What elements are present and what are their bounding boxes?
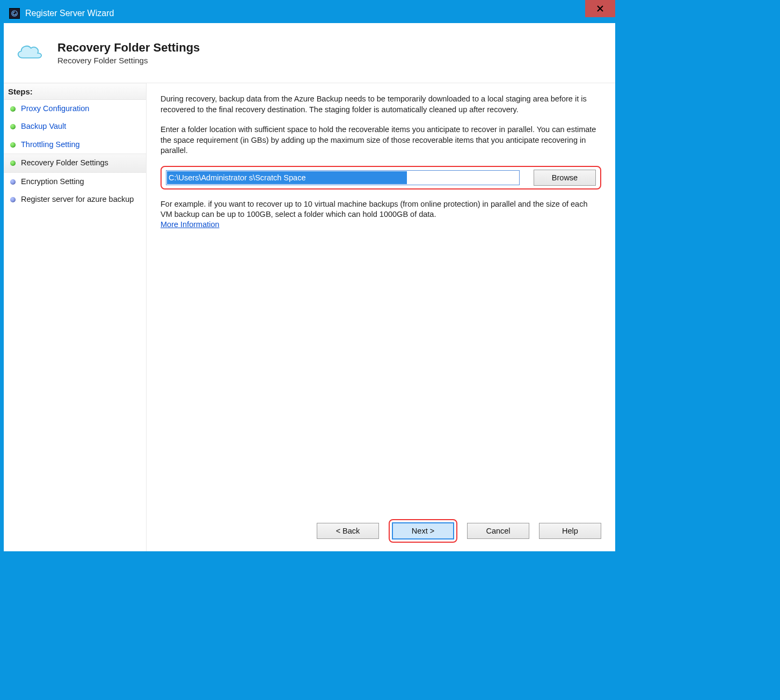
folder-path-input[interactable]: C:\Users\Administrator s\Scratch Space: [166, 170, 520, 185]
step-encryption-setting[interactable]: Encryption Setting: [4, 173, 146, 191]
folder-path-selected-text: C:\Users\Administrator s\Scratch Space: [169, 173, 305, 182]
next-button-highlight: Next >: [389, 519, 457, 543]
svg-point-0: [12, 11, 18, 17]
steps-sidebar: Steps: Proxy Configuration Backup Vault …: [4, 83, 147, 551]
step-throttling-setting[interactable]: Throttling Setting: [4, 136, 146, 154]
cloud-icon: [13, 41, 45, 65]
close-button[interactable]: [585, 0, 615, 17]
step-label: Proxy Configuration: [21, 104, 89, 113]
steps-heading: Steps:: [4, 83, 146, 100]
cancel-button[interactable]: Cancel: [467, 523, 529, 539]
content-panel: During recovery, backup data from the Az…: [147, 83, 615, 551]
step-bullet-icon: [10, 124, 16, 129]
titlebar: Register Server Wizard: [4, 4, 615, 23]
help-button[interactable]: Help: [539, 523, 601, 539]
folder-input-highlight: C:\Users\Administrator s\Scratch Space B…: [161, 166, 601, 189]
step-proxy-configuration[interactable]: Proxy Configuration: [4, 100, 146, 118]
app-icon: [9, 8, 20, 19]
step-recovery-folder-settings[interactable]: Recovery Folder Settings: [4, 154, 146, 172]
step-bullet-icon: [10, 142, 16, 148]
browse-button[interactable]: Browse: [534, 170, 596, 186]
step-bullet-icon: [10, 106, 16, 112]
step-label: Backup Vault: [21, 122, 66, 131]
description-paragraph-2: Enter a folder location with sufficient …: [161, 125, 601, 156]
example-text: For example. if you want to recover up t…: [161, 199, 601, 220]
back-button[interactable]: < Back: [317, 523, 379, 539]
description-paragraph-1: During recovery, backup data from the Az…: [161, 94, 601, 115]
step-label: Recovery Folder Settings: [21, 158, 108, 167]
step-bullet-icon: [10, 179, 16, 185]
step-label: Register server for azure backup: [21, 195, 134, 204]
wizard-footer: < Back Next > Cancel Help: [161, 519, 601, 543]
page-title: Recovery Folder Settings: [57, 41, 200, 55]
page-subtitle: Recovery Folder Settings: [57, 56, 200, 65]
step-label: Encryption Setting: [21, 177, 84, 186]
step-label: Throttling Setting: [21, 140, 80, 149]
window-body: Recovery Folder Settings Recovery Folder…: [4, 23, 615, 551]
step-bullet-icon: [10, 161, 16, 166]
step-backup-vault[interactable]: Backup Vault: [4, 118, 146, 135]
wizard-header: Recovery Folder Settings Recovery Folder…: [4, 23, 615, 83]
more-information-link[interactable]: More Information: [161, 220, 220, 229]
step-bullet-icon: [10, 197, 16, 202]
next-button[interactable]: Next >: [392, 522, 454, 539]
step-register-server[interactable]: Register server for azure backup: [4, 191, 146, 208]
window-title: Register Server Wizard: [25, 9, 114, 18]
